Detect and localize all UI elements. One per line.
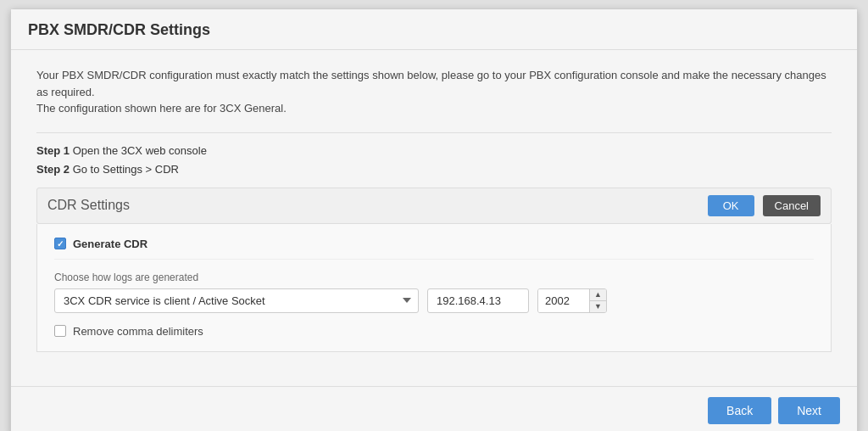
settings-panel: Generate CDR Choose how logs are generat… <box>36 224 832 352</box>
port-input-wrapper: ▲ ▼ <box>537 288 607 313</box>
step2-label: Step 2 <box>36 163 70 176</box>
ip-input[interactable] <box>427 288 529 313</box>
intro-text: Your PBX SMDR/CDR configuration must exa… <box>36 67 832 117</box>
back-button[interactable]: Back <box>708 397 771 424</box>
step1-text: Open the 3CX web console <box>70 144 207 157</box>
steps-section: Step 1 Open the 3CX web console Step 2 G… <box>36 142 832 179</box>
ok-button[interactable]: OK <box>708 195 754 216</box>
divider-1 <box>36 132 832 133</box>
generate-cdr-label: Generate CDR <box>73 238 147 250</box>
header: PBX SMDR/CDR Settings <box>11 9 857 50</box>
cdr-settings-label: CDR Settings <box>47 198 699 213</box>
page-title: PBX SMDR/CDR Settings <box>28 21 210 38</box>
intro-line1: Your PBX SMDR/CDR configuration must exa… <box>36 69 826 98</box>
generate-cdr-checkbox[interactable] <box>54 238 66 249</box>
footer: Back Next <box>11 386 857 431</box>
step1-row: Step 1 Open the 3CX web console <box>36 142 832 160</box>
step2-row: Step 2 Go to Settings > CDR <box>36 160 832 179</box>
port-up-button[interactable]: ▲ <box>590 289 606 301</box>
port-down-button[interactable]: ▼ <box>590 301 606 312</box>
port-spinners: ▲ ▼ <box>589 289 606 312</box>
generate-cdr-row: Generate CDR <box>54 238 814 260</box>
dropdown-row: 3CX CDR service is client / Active Socke… <box>54 288 814 313</box>
main-window: PBX SMDR/CDR Settings Your PBX SMDR/CDR … <box>10 8 858 431</box>
choose-label: Choose how logs are generated <box>54 271 814 283</box>
remove-comma-checkbox[interactable] <box>54 325 66 337</box>
port-input[interactable] <box>538 289 589 312</box>
intro-line2: The configuration shown here are for 3CX… <box>36 102 287 115</box>
cdr-settings-bar: CDR Settings OK Cancel <box>36 188 832 224</box>
step2-text: Go to Settings > CDR <box>70 163 179 176</box>
next-button[interactable]: Next <box>778 397 840 424</box>
content-area: Your PBX SMDR/CDR configuration must exa… <box>11 50 857 386</box>
remove-comma-row: Remove comma delimiters <box>54 325 814 338</box>
log-generation-select[interactable]: 3CX CDR service is client / Active Socke… <box>54 288 419 313</box>
remove-comma-label: Remove comma delimiters <box>73 325 203 338</box>
step1-label: Step 1 <box>36 144 70 157</box>
cancel-button[interactable]: Cancel <box>763 195 821 216</box>
